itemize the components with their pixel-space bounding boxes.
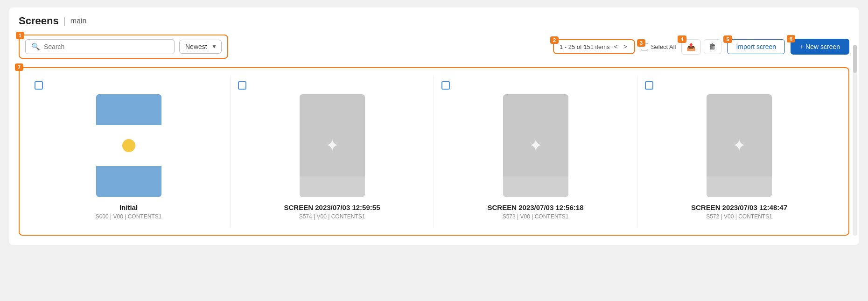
checkbox-row — [35, 81, 223, 90]
badge-6: 6 — [787, 35, 795, 42]
select-all-label[interactable]: Select All — [651, 43, 676, 50]
screen-meta-572: S572 | V00 | CONTENTS1 — [706, 213, 772, 220]
sort-wrapper: Newest Oldest A-Z Z-A ▼ — [179, 40, 222, 54]
page-subtitle: main — [70, 17, 87, 25]
card-checkbox-572[interactable] — [645, 81, 653, 90]
page-title: Screens — [19, 15, 59, 27]
thumbnail-573[interactable]: ✦ — [503, 94, 568, 197]
import-screen-button[interactable]: Import screen — [727, 39, 785, 54]
badge-3: 3 — [637, 39, 645, 47]
group3-select-all: 3 Select All — [641, 43, 676, 50]
screen-name-573: SCREEN 2023/07/03 12:56:18 — [488, 203, 584, 211]
badge-2: 2 — [550, 36, 559, 44]
grid-container: 7 Initial S000 | V00 | CONT — [19, 67, 849, 236]
placeholder-logo-icon: ✦ — [325, 136, 339, 155]
card-checkbox-initial[interactable] — [35, 81, 43, 90]
sort-select[interactable]: Newest Oldest A-Z Z-A — [179, 40, 222, 54]
thumb-bottom — [300, 176, 365, 197]
argentina-flag — [96, 94, 161, 197]
group4-actions: 4 📤 🗑 — [681, 39, 721, 55]
card-checkbox-574[interactable] — [238, 81, 246, 90]
delete-button[interactable]: 🗑 — [704, 39, 721, 54]
card-checkbox-573[interactable] — [441, 81, 450, 90]
group1-search-sort: 1 🔍 Newest Oldest A-Z Z-A ▼ — [19, 35, 228, 59]
main-container: Screens | main 1 🔍 Newest Oldest A-Z Z-A… — [9, 7, 859, 245]
checkbox-row — [238, 81, 426, 90]
screen-name-initial: Initial — [119, 203, 138, 211]
screen-meta-574: S574 | V00 | CONTENTS1 — [299, 213, 365, 220]
placeholder-logo-icon: ✦ — [732, 136, 746, 155]
thumbnail-initial[interactable] — [96, 94, 161, 197]
arg-middle — [96, 125, 161, 166]
group2-pagination: 2 1 - 25 of 151 items < > — [553, 39, 635, 54]
screen-card-574: ✦ SCREEN 2023/07/03 12:59:55 S574 | V00 … — [231, 76, 434, 227]
thumb-bottom — [503, 176, 568, 197]
checkbox-row — [645, 81, 833, 90]
placeholder-logo-icon: ✦ — [529, 136, 543, 155]
screen-meta-573: S573 | V00 | CONTENTS1 — [503, 213, 569, 220]
thumb-bottom — [707, 176, 772, 197]
badge-5: 5 — [723, 35, 732, 43]
screen-meta-initial: S000 | V00 | CONTENTS1 — [96, 213, 162, 220]
group5-import: 5 Import screen — [727, 39, 785, 54]
scrollbar-thumb[interactable] — [853, 45, 857, 73]
pagination-text: 1 - 25 of 151 items — [560, 43, 610, 50]
next-page-button[interactable]: > — [622, 43, 629, 50]
search-box: 🔍 — [25, 39, 175, 54]
search-input[interactable] — [44, 43, 168, 50]
badge-1: 1 — [16, 32, 24, 39]
group6-new: 6 + New screen — [791, 39, 849, 55]
prev-page-button[interactable]: < — [613, 43, 619, 50]
new-screen-button[interactable]: + New screen — [791, 39, 849, 55]
screens-grid: Initial S000 | V00 | CONTENTS1 ✦ SCREEN … — [27, 76, 841, 227]
thumbnail-574[interactable]: ✦ — [300, 94, 365, 197]
screen-card-573: ✦ SCREEN 2023/07/03 12:56:18 S573 | V00 … — [434, 76, 637, 227]
arg-stripe-top — [96, 94, 161, 125]
toolbar: 1 🔍 Newest Oldest A-Z Z-A ▼ 2 1 - 25 of … — [19, 35, 849, 59]
search-icon: 🔍 — [31, 42, 40, 51]
badge-7: 7 — [15, 63, 23, 71]
checkbox-row — [441, 81, 630, 90]
thumbnail-572[interactable]: ✦ — [707, 94, 772, 197]
screen-card-572: ✦ SCREEN 2023/07/03 12:48:47 S572 | V00 … — [637, 76, 841, 227]
page-header: Screens | main — [19, 15, 849, 27]
arg-stripe-bottom — [96, 166, 161, 197]
export-icon: 📤 — [686, 42, 696, 51]
screen-card-initial: Initial S000 | V00 | CONTENTS1 — [27, 76, 231, 227]
screen-name-572: SCREEN 2023/07/03 12:48:47 — [691, 203, 787, 211]
scrollbar-track — [853, 45, 857, 236]
arg-sun — [122, 139, 135, 152]
trash-icon: 🗑 — [709, 42, 716, 51]
page-divider: | — [63, 16, 66, 27]
badge-4: 4 — [678, 35, 686, 43]
screen-name-574: SCREEN 2023/07/03 12:59:55 — [284, 203, 380, 211]
